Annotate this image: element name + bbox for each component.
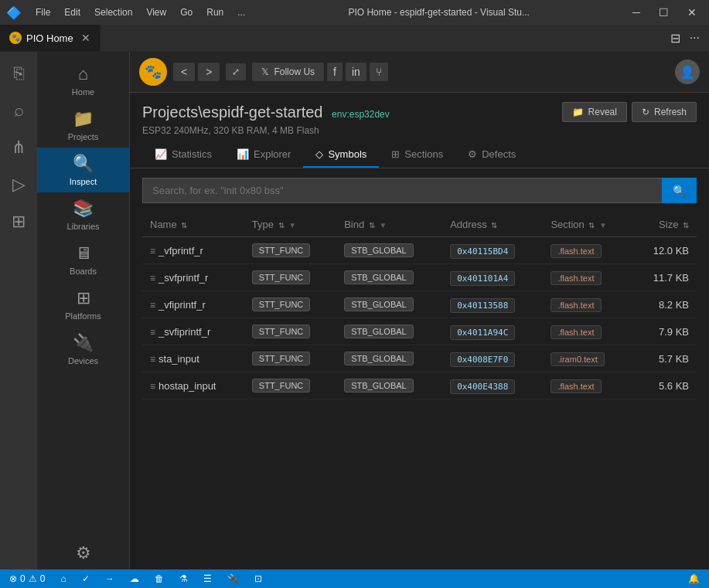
symbol-icon: ≡ xyxy=(150,381,155,392)
git-icon: ⋔ xyxy=(12,138,26,158)
cell-bind: STB_GLOBAL xyxy=(336,264,442,291)
user-avatar[interactable]: 👤 xyxy=(675,59,700,84)
status-trash[interactable]: 🗑 xyxy=(152,573,167,584)
error-icon: ⊗ xyxy=(9,573,17,584)
col-address[interactable]: Address ⇅ xyxy=(442,212,543,237)
status-cloud[interactable]: ☁ xyxy=(127,573,142,584)
bind-filter-icon[interactable]: ▼ xyxy=(379,221,387,229)
status-list[interactable]: ☰ xyxy=(200,573,215,584)
cell-bind: STB_GLOBAL xyxy=(336,237,442,264)
menu-view[interactable]: View xyxy=(140,5,172,19)
table-row: ≡_svfprintf_r STT_FUNC STB_GLOBAL 0x4011… xyxy=(142,264,697,291)
reveal-button[interactable]: 📁 Reveal xyxy=(562,102,627,122)
follow-us-button[interactable]: 𝕏 Follow Us xyxy=(252,63,324,81)
sidebar-item-home[interactable]: ⌂ Home xyxy=(37,58,129,103)
col-bind[interactable]: Bind ⇅ ▼ xyxy=(336,212,442,237)
status-plug[interactable]: 🔌 xyxy=(224,573,242,584)
facebook-button[interactable]: f xyxy=(327,63,343,81)
pio-sidebar: ⌂ Home 📁 Projects 🔍 Inspect 📚 Libraries … xyxy=(37,52,130,569)
tab-statistics[interactable]: 📈 Statistics xyxy=(142,142,224,168)
status-errors[interactable]: ⊗ 0 ⚠ 0 xyxy=(6,573,48,584)
folder-icon: 📁 xyxy=(572,107,584,117)
search-input[interactable] xyxy=(142,178,662,203)
pio-home-tab[interactable]: 🐾 PIO Home ✕ xyxy=(0,25,101,51)
menu-file[interactable]: File xyxy=(29,5,56,19)
warning-count: 0 xyxy=(40,573,46,584)
activity-git[interactable]: ⋔ xyxy=(0,129,37,166)
menu-edit[interactable]: Edit xyxy=(58,5,87,19)
activity-search[interactable]: ⌕ xyxy=(0,92,37,129)
type-filter-icon[interactable]: ▼ xyxy=(288,221,296,229)
github-button[interactable]: ⑂ xyxy=(370,63,388,81)
pio-tab-icon: 🐾 xyxy=(9,32,22,44)
extensions-icon: ⊞ xyxy=(12,212,26,232)
tab-explorer[interactable]: 📊 Explorer xyxy=(224,142,303,168)
search-button[interactable]: 🔍 xyxy=(662,178,697,203)
cell-size: 8.2 KB xyxy=(632,291,697,318)
title-bar: 🔷 File Edit Selection View Go Run ... PI… xyxy=(0,0,709,25)
search-icon: ⌕ xyxy=(14,100,24,121)
sidebar-label-boards: Boards xyxy=(70,267,97,276)
status-home[interactable]: ⌂ xyxy=(57,573,69,584)
more-actions-button[interactable]: ··· xyxy=(687,29,703,47)
status-right[interactable]: → xyxy=(102,573,118,584)
status-flask[interactable]: ⚗ xyxy=(176,573,191,584)
activity-extensions[interactable]: ⊞ xyxy=(0,203,37,240)
type-badge: STT_FUNC xyxy=(252,243,310,257)
status-check[interactable]: ✓ xyxy=(79,573,93,584)
minimize-button[interactable]: ─ xyxy=(626,5,646,20)
tab-symbols[interactable]: ◇ Symbols xyxy=(303,142,379,168)
close-button[interactable]: ✕ xyxy=(681,5,703,20)
back-button[interactable]: < xyxy=(173,63,195,81)
tab-defects[interactable]: ⚙ Defects xyxy=(455,142,528,168)
reveal-label: Reveal xyxy=(588,107,617,117)
cell-address: 0x40113588 xyxy=(442,291,543,318)
tab-sections[interactable]: ⊞ Sections xyxy=(379,142,455,168)
activity-explorer[interactable]: ⎘ xyxy=(0,55,37,92)
sidebar-label-inspect: Inspect xyxy=(70,177,97,186)
sidebar-item-libraries[interactable]: 📚 Libraries xyxy=(37,192,129,237)
activity-run[interactable]: ▷ xyxy=(0,166,37,203)
sidebar-label-platforms: Platforms xyxy=(65,311,101,321)
settings-icon: ⚙ xyxy=(76,543,91,563)
cell-bind: STB_GLOBAL xyxy=(336,345,442,372)
tab-label: PIO Home xyxy=(26,32,73,44)
cell-address: 0x40115BD4 xyxy=(442,237,543,264)
type-badge: STT_FUNC xyxy=(252,325,310,338)
menu-more[interactable]: ... xyxy=(231,5,251,19)
cell-bind: STB_GLOBAL xyxy=(336,291,442,318)
cell-type: STT_FUNC xyxy=(244,291,336,318)
files-icon: ⎘ xyxy=(14,63,24,83)
sidebar-item-boards[interactable]: 🖥 Boards xyxy=(37,237,129,282)
col-section[interactable]: Section ⇅ ▼ xyxy=(543,212,632,237)
status-bell[interactable]: 🔔 xyxy=(685,573,703,584)
activity-bar: ⎘ ⌕ ⋔ ▷ ⊞ xyxy=(0,52,37,569)
col-name[interactable]: Name ⇅ xyxy=(142,212,244,237)
address-badge: 0x4011A94C xyxy=(450,325,515,340)
section-badge: .flash.text xyxy=(550,379,601,393)
sidebar-item-projects[interactable]: 📁 Projects xyxy=(37,103,129,148)
col-type[interactable]: Type ⇅ ▼ xyxy=(244,212,336,237)
sidebar-item-inspect[interactable]: 🔍 Inspect xyxy=(37,148,129,192)
col-size[interactable]: Size ⇅ xyxy=(632,212,697,237)
status-trash-icon: 🗑 xyxy=(155,573,164,584)
expand-button[interactable]: ⤢ xyxy=(226,63,246,80)
sidebar-item-devices[interactable]: 🔌 Devices xyxy=(37,327,129,372)
tab-close-button[interactable]: ✕ xyxy=(81,32,90,44)
menu-selection[interactable]: Selection xyxy=(88,5,138,19)
forward-button[interactable]: > xyxy=(198,63,220,81)
menu-run[interactable]: Run xyxy=(200,5,230,19)
cell-size: 7.9 KB xyxy=(632,318,697,345)
sidebar-item-platforms[interactable]: ⊞ Platforms xyxy=(37,282,129,327)
refresh-button[interactable]: ↻ Refresh xyxy=(632,102,697,122)
maximize-button[interactable]: ☐ xyxy=(653,5,675,20)
defects-icon: ⚙ xyxy=(468,148,477,160)
section-filter-icon[interactable]: ▼ xyxy=(599,221,607,229)
sidebar-item-settings[interactable]: ⚙ xyxy=(37,537,129,569)
section-badge: .iram0.text xyxy=(550,352,604,366)
linkedin-button[interactable]: in xyxy=(346,63,366,81)
split-editor-button[interactable]: ⊟ xyxy=(667,29,683,47)
menu-go[interactable]: Go xyxy=(174,5,199,19)
table-row: ≡_svfiprintf_r STT_FUNC STB_GLOBAL 0x401… xyxy=(142,318,697,345)
status-terminal[interactable]: ⊡ xyxy=(251,573,265,584)
